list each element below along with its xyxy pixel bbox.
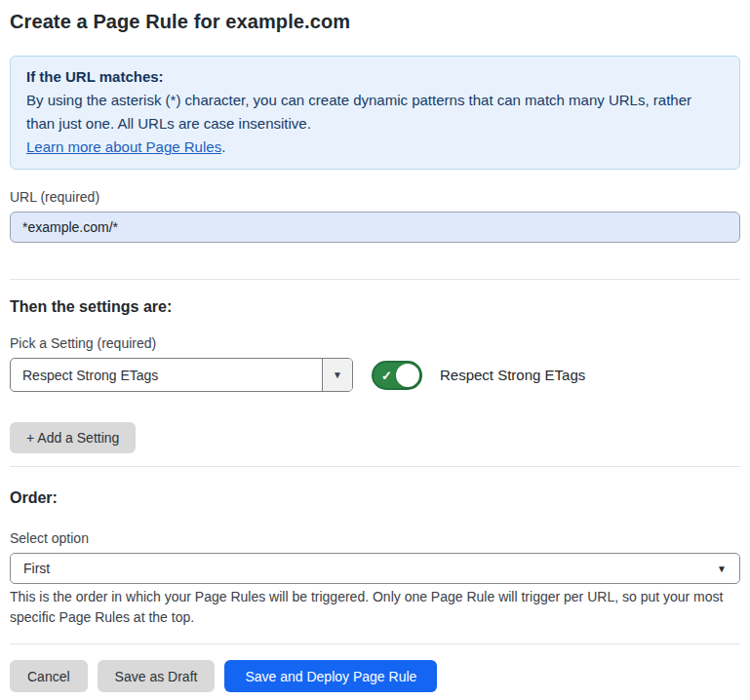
order-select[interactable]: First ▼: [10, 553, 740, 584]
check-icon: ✓: [381, 369, 392, 381]
setting-dropdown-value: Respect Strong ETags: [11, 359, 322, 391]
save-deploy-button[interactable]: Save and Deploy Page Rule: [224, 660, 437, 692]
settings-section-heading: Then the settings are:: [10, 298, 740, 316]
save-draft-button[interactable]: Save as Draft: [98, 660, 216, 692]
add-setting-button[interactable]: + Add a Setting: [10, 422, 136, 453]
dropdown-arrow-icon[interactable]: ▼: [322, 359, 352, 391]
info-box-heading: If the URL matches:: [26, 65, 724, 89]
page-title: Create a Page Rule for example.com: [10, 11, 740, 33]
learn-more-link[interactable]: Learn more about Page Rules: [26, 138, 221, 155]
info-box-link-line: Learn more about Page Rules.: [26, 136, 724, 159]
order-select-value: First: [23, 561, 50, 576]
order-help-text: This is the order in which your Page Rul…: [10, 587, 740, 628]
setting-dropdown[interactable]: Respect Strong ETags ▼: [10, 358, 353, 392]
page-rule-form: Create a Page Rule for example.com If th…: [0, 11, 750, 692]
order-select-label: Select option: [10, 530, 740, 546]
pick-setting-label: Pick a Setting (required): [10, 335, 740, 351]
setting-row: Respect Strong ETags ▼ ✓ Respect Strong …: [10, 358, 740, 392]
divider: [10, 279, 740, 280]
toggle-label: Respect Strong ETags: [440, 367, 585, 383]
setting-toggle[interactable]: ✓: [372, 361, 422, 390]
divider: [10, 643, 740, 644]
toggle-knob: [396, 364, 419, 387]
chevron-down-icon: ▼: [717, 564, 727, 574]
info-box-body: By using the asterisk (*) character, you…: [26, 92, 691, 132]
url-field-label: URL (required): [10, 189, 740, 205]
cancel-button[interactable]: Cancel: [10, 660, 88, 692]
order-section-heading: Order:: [10, 489, 740, 507]
url-input[interactable]: [10, 212, 740, 243]
url-match-info-box: If the URL matches: By using the asteris…: [10, 56, 740, 170]
divider: [10, 466, 740, 467]
footer-actions: Cancel Save as Draft Save and Deploy Pag…: [10, 660, 740, 692]
link-period: .: [221, 138, 225, 155]
